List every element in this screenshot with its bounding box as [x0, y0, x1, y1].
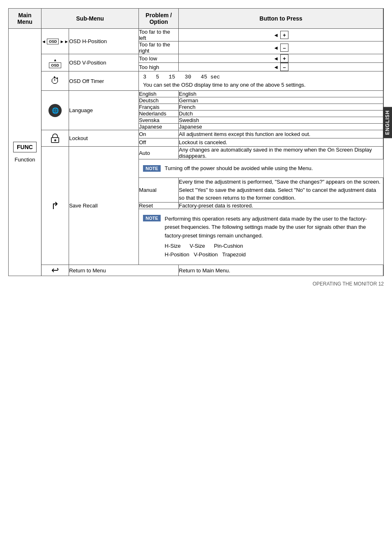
- lang-problem-dutch: Dutch: [179, 111, 383, 117]
- osd-timer-icon-cell: ⏱: [42, 71, 69, 91]
- lang-label-cell: Language: [69, 91, 139, 130]
- save-problem-manual: Every time the adjustment is performed, …: [179, 178, 383, 203]
- lang-icon-cell: 🌐: [42, 91, 69, 130]
- osd-v-icon: OSD: [42, 57, 69, 68]
- lang-problem-japanese: Japanese: [179, 124, 383, 130]
- note-box-1: NOTE: [143, 165, 161, 172]
- lang-option-deutsch: Deutsch: [139, 97, 179, 104]
- osd-h-problem-1: Too far to the left: [139, 29, 179, 41]
- osd-v-plus-btn[interactable]: +: [280, 54, 288, 62]
- note-desc-1: Turning off the power should be avoided …: [165, 165, 313, 171]
- save-option-reset: Reset: [139, 202, 179, 209]
- save-btn-reset: [383, 202, 383, 209]
- osd-v-arrow-btn-2: ◄: [273, 64, 279, 70]
- lock-label-cell: Lockout: [69, 130, 139, 147]
- note-desc-2-sizes: H-Size V-Size Pin-Cushion: [165, 242, 243, 251]
- timer-icon: ⏱: [51, 76, 60, 86]
- osd-timer-problem: 3 5 15 30 45 sec You can set the OSD dis…: [139, 71, 383, 91]
- osd-h-arrow-left: [42, 39, 46, 44]
- osd-v-problem-2: Too high: [139, 63, 179, 71]
- note-box-2: NOTE: [143, 215, 161, 221]
- osd-v-label: OSD V-Position: [69, 60, 106, 66]
- osd-h-btn-1: ◄ +: [179, 29, 383, 41]
- osd-h-label-cell: OSD H-Position: [69, 29, 139, 54]
- save-note-2-cell: NOTE Performing this operation resets an…: [139, 209, 384, 265]
- main-table: Main Menu Sub-Menu Problem / Option Butt…: [8, 8, 384, 276]
- osd-v-box: OSD: [49, 62, 61, 68]
- osd-h-btn-row-1: ◄ +: [179, 31, 383, 39]
- osd-v-minus-btn[interactable]: –: [280, 63, 288, 71]
- osd-v-arrow-btn-1: ◄: [273, 55, 279, 62]
- save-recall-label-cell: Save Recall: [69, 147, 139, 265]
- save-note-1-cell: NOTE Turning off the power should be avo…: [139, 159, 384, 178]
- return-label-cell: Return to Menu: [69, 265, 179, 276]
- lang-option-english: English: [139, 91, 179, 97]
- lock-icon: [43, 134, 67, 143]
- page-footer: OPERATING THE MONITOR 12: [8, 281, 384, 287]
- lockout-problem-on: All adjustment items except this functio…: [179, 130, 383, 138]
- lang-option-swedish: Svenska: [139, 117, 179, 124]
- timer-desc: You can set the OSD display time to any …: [143, 82, 379, 88]
- osd-h-arrow-btn-2: ◄: [273, 45, 279, 51]
- osd-v-btn-2: ◄ –: [179, 63, 383, 71]
- lock-keyhole: [54, 139, 56, 141]
- header-problem: Problem / Option: [139, 9, 179, 29]
- lang-option-japanese: Japanese: [139, 124, 179, 130]
- osd-timer-label: OSD Off Timer: [69, 78, 104, 84]
- lang-icon: 🌐: [48, 104, 62, 117]
- lock-body: [51, 137, 59, 143]
- lockout-problem-off: Lockout is canceled.: [179, 138, 383, 147]
- page-wrapper: ENGLISH Main Menu Sub-Menu Problem / Opt…: [0, 0, 392, 303]
- lang-row-english: 🌐 Language English English: [9, 91, 384, 97]
- save-btn-auto: [383, 147, 383, 159]
- english-tab: ENGLISH: [383, 107, 392, 138]
- lang-problem-swedish: Swedish: [179, 117, 383, 124]
- osd-timer-label-cell: OSD Off Timer: [69, 71, 139, 91]
- save-note-1: NOTE Turning off the power should be avo…: [143, 163, 379, 174]
- osd-h-icon: OSD ►: [42, 39, 69, 44]
- save-option-auto: Auto: [139, 147, 179, 159]
- osd-h-box: OSD: [47, 39, 59, 44]
- lockout-row-on: Lockout On All adjustment items except t…: [9, 130, 384, 138]
- save-recall-auto: ↰ Save Recall Auto Any changes are autom…: [9, 147, 384, 159]
- save-note-2: NOTE Performing this operation resets an…: [143, 212, 379, 262]
- save-problem-auto: Any changes are automatically saved in t…: [179, 147, 383, 159]
- lang-problem-francais: French: [179, 104, 383, 111]
- save-recall-icon: ↰: [51, 200, 59, 212]
- osd-v-icon-cell: OSD: [42, 54, 69, 71]
- lockout-btn-off: [383, 138, 383, 147]
- note-desc-2-positions: H-Position V-Position Trapezoid: [165, 251, 246, 258]
- osd-v-row-1: OSD OSD V-Position Too low ◄ +: [9, 54, 384, 63]
- lang-btn-english: [383, 91, 383, 97]
- save-problem-reset: Factory-preset data is restored.: [179, 202, 383, 209]
- return-label: Return to Menu: [69, 267, 106, 274]
- osd-h-problem-2: Too far to the right: [139, 41, 179, 54]
- note-desc-2: Performing this operation resets any adj…: [165, 215, 379, 259]
- header-sub-menu: Sub-Menu: [42, 9, 139, 29]
- lang-problem-english: English: [179, 91, 383, 97]
- lang-option-dutch: Nederlands: [139, 111, 179, 117]
- timer-times: 3 5 15 30 45 sec: [143, 74, 379, 80]
- lang-label: Language: [69, 107, 93, 113]
- save-btn-manual: [383, 178, 383, 203]
- header-row: Main Menu Sub-Menu Problem / Option Butt…: [9, 9, 384, 29]
- osd-h-icon-cell: OSD ►: [42, 29, 69, 54]
- function-label: Function: [9, 157, 41, 163]
- lock-label: Lockout: [69, 135, 88, 141]
- osd-v-arrow-up: [53, 57, 57, 62]
- save-recall-label: Save Recall: [69, 203, 97, 209]
- osd-h-arrow-btn-1: ◄: [273, 32, 279, 38]
- osd-v-label-cell: OSD V-Position: [69, 54, 139, 71]
- osd-h-minus-btn-2[interactable]: –: [280, 44, 288, 52]
- lock-icon-cell: [42, 130, 69, 147]
- header-main-menu: Main Menu: [9, 9, 42, 29]
- osd-v-btn-1: ◄ +: [179, 54, 383, 63]
- osd-v-problem-1: Too low: [139, 54, 179, 63]
- osd-timer-row: ⏱ OSD Off Timer 3 5 15 30 45 sec You can…: [9, 71, 384, 91]
- osd-h-label: OSD H-Position: [69, 38, 107, 44]
- main-menu-cell: FUNC Function: [9, 29, 42, 276]
- lockout-option-off: Off: [139, 138, 179, 147]
- return-menu-row: ↩ Return to Menu Return to Main Menu.: [9, 265, 384, 276]
- footer-text: OPERATING THE MONITOR 12: [313, 281, 384, 287]
- osd-h-plus-btn-1[interactable]: +: [280, 31, 288, 39]
